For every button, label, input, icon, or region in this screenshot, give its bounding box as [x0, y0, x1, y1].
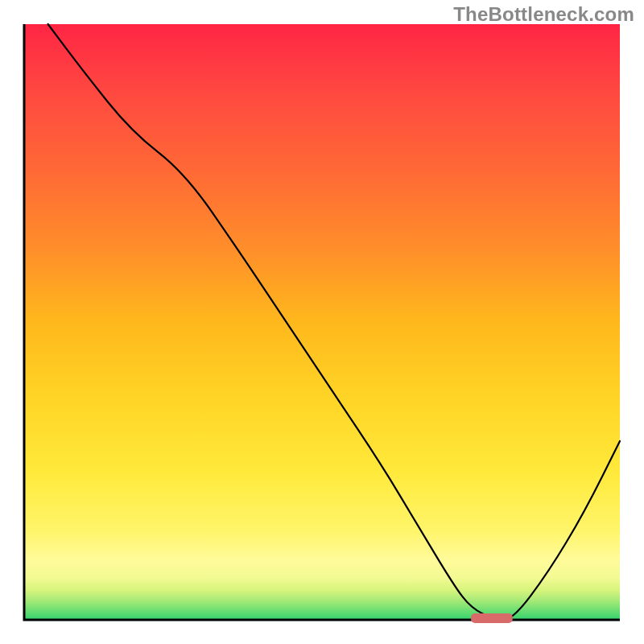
plot-background	[24, 24, 620, 620]
chart-container: TheBottleneck.com	[0, 0, 644, 644]
chart-plot	[0, 0, 644, 644]
watermark-text: TheBottleneck.com	[453, 3, 634, 26]
bottleneck-marker	[471, 613, 513, 623]
